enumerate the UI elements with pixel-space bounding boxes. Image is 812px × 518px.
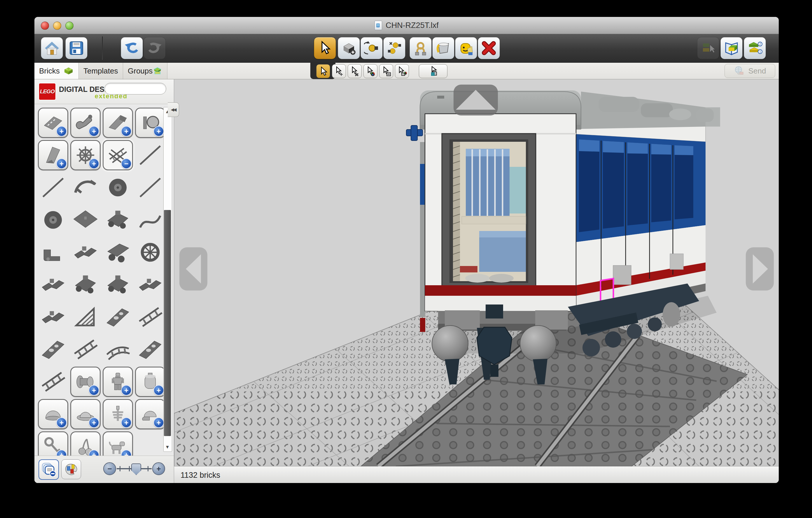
expand-badge: + bbox=[56, 418, 67, 428]
palette-item[interactable] bbox=[103, 205, 133, 235]
undo-icon bbox=[124, 40, 139, 56]
brick-thumbnail-icon bbox=[137, 174, 164, 201]
stacked-frames-icon bbox=[41, 462, 56, 477]
palette-scrollbar[interactable]: ▲ ▼ bbox=[163, 107, 172, 452]
brick-count: 1132 bricks bbox=[180, 471, 220, 480]
palette-item[interactable] bbox=[70, 302, 100, 332]
palette-item[interactable]: + bbox=[135, 367, 165, 397]
slider-thumb[interactable] bbox=[131, 463, 141, 475]
expand-badge: + bbox=[56, 159, 67, 169]
expand-badge: − bbox=[121, 159, 132, 169]
undo-button[interactable] bbox=[121, 37, 143, 59]
palette-item[interactable]: + bbox=[70, 431, 100, 456]
hide-tool-button[interactable] bbox=[455, 37, 477, 59]
camera-up-arrow[interactable] bbox=[454, 85, 498, 115]
palette-item[interactable]: + bbox=[103, 431, 133, 456]
select-by-shape-button[interactable] bbox=[379, 64, 393, 78]
palette-item[interactable] bbox=[135, 205, 165, 235]
hinge-tool-button[interactable] bbox=[360, 37, 383, 59]
palette-item[interactable]: + bbox=[38, 108, 68, 138]
tab-groups[interactable]: Groups bbox=[123, 63, 167, 79]
palette-item[interactable]: + bbox=[103, 367, 133, 397]
slider-track[interactable] bbox=[117, 468, 152, 469]
camera-left-arrow[interactable] bbox=[179, 247, 207, 290]
delete-tool-button[interactable] bbox=[478, 37, 500, 59]
toolbar: 21 bbox=[34, 34, 779, 63]
import-bricks-button[interactable] bbox=[697, 37, 719, 59]
select-region-button[interactable] bbox=[419, 64, 447, 78]
palette-item[interactable]: + bbox=[70, 367, 100, 397]
zoom-in-button[interactable]: + bbox=[152, 462, 165, 475]
building-guide-button[interactable]: 21 bbox=[744, 37, 766, 59]
redo-button[interactable] bbox=[144, 37, 166, 59]
camera-right-arrow[interactable] bbox=[746, 247, 774, 290]
palette-item[interactable] bbox=[70, 205, 100, 235]
palette-item[interactable] bbox=[38, 172, 68, 203]
hinge-align-tool-button[interactable] bbox=[383, 37, 405, 59]
document-icon bbox=[375, 21, 382, 30]
palette-item[interactable] bbox=[103, 237, 133, 267]
palette-item[interactable] bbox=[38, 269, 68, 300]
scrollbar-thumb[interactable] bbox=[164, 210, 171, 436]
zoom-out-button[interactable]: − bbox=[103, 462, 116, 475]
paint-tool-button[interactable] bbox=[432, 37, 455, 59]
send-globe-icon bbox=[734, 66, 744, 76]
filter-brick-groups-button[interactable] bbox=[38, 459, 59, 480]
brick-palette: + + + bbox=[34, 104, 174, 456]
palette-item[interactable] bbox=[135, 269, 165, 300]
side-windows bbox=[579, 139, 693, 232]
palette-item[interactable] bbox=[38, 334, 68, 365]
palette-item[interactable] bbox=[135, 302, 165, 332]
save-button[interactable] bbox=[65, 37, 87, 59]
sidebar-collapse-button[interactable]: ◀◀ bbox=[168, 103, 179, 117]
palette-item[interactable]: + bbox=[38, 140, 68, 170]
palette-item[interactable] bbox=[70, 172, 100, 203]
palette-item[interactable]: − bbox=[103, 140, 133, 170]
palette-item[interactable]: + bbox=[38, 399, 68, 429]
color-filter-button[interactable] bbox=[61, 459, 81, 479]
palette-item[interactable] bbox=[103, 302, 133, 332]
select-tool-button[interactable] bbox=[314, 37, 336, 59]
tab-bricks[interactable]: Bricks bbox=[34, 63, 79, 79]
send-button[interactable]: Send bbox=[725, 64, 775, 78]
clone-tool-button[interactable] bbox=[338, 37, 360, 59]
palette-item[interactable] bbox=[70, 237, 100, 267]
palette-item[interactable]: + bbox=[70, 399, 100, 429]
palette-item[interactable] bbox=[135, 172, 165, 203]
select-connected-button[interactable] bbox=[348, 64, 362, 78]
palette-item[interactable] bbox=[135, 237, 165, 267]
palette-item[interactable] bbox=[135, 140, 165, 170]
select-by-shape-and-color-button[interactable] bbox=[395, 64, 409, 78]
delete-x-icon bbox=[481, 40, 496, 56]
palette-item[interactable] bbox=[103, 334, 133, 365]
brick-search-input[interactable] bbox=[105, 83, 166, 94]
select-single-button[interactable] bbox=[316, 64, 330, 78]
palette-item[interactable] bbox=[38, 205, 68, 235]
palette-item[interactable] bbox=[38, 237, 68, 267]
palette-item[interactable] bbox=[135, 334, 165, 365]
palette-item[interactable]: + bbox=[38, 431, 68, 456]
flex-rope-icon bbox=[413, 40, 428, 56]
select-add-button[interactable] bbox=[332, 64, 346, 78]
palette-item[interactable] bbox=[38, 302, 68, 332]
viewport-3d[interactable] bbox=[174, 79, 779, 466]
view-mode-button[interactable] bbox=[720, 37, 743, 59]
palette-item[interactable]: + bbox=[135, 108, 165, 138]
flex-tool-button[interactable] bbox=[409, 37, 432, 59]
tab-templates[interactable]: Templates bbox=[79, 63, 123, 79]
palette-item[interactable]: + bbox=[70, 108, 100, 138]
home-button[interactable] bbox=[41, 37, 63, 59]
palette-item[interactable] bbox=[103, 172, 133, 203]
palette-item[interactable] bbox=[70, 334, 100, 365]
palette-item[interactable]: + bbox=[135, 399, 165, 429]
palette-item[interactable] bbox=[38, 367, 68, 397]
palette-item[interactable]: + bbox=[70, 140, 100, 170]
palette-item[interactable] bbox=[70, 269, 100, 300]
palette-item[interactable]: + bbox=[103, 108, 133, 138]
status-bar: 1132 bricks bbox=[174, 466, 779, 483]
scroll-down-icon[interactable]: ▼ bbox=[164, 443, 171, 451]
palette-item[interactable]: + bbox=[103, 399, 133, 429]
select-by-color-button[interactable] bbox=[364, 64, 377, 78]
expand-badge: + bbox=[89, 418, 99, 428]
palette-item[interactable] bbox=[103, 269, 133, 300]
